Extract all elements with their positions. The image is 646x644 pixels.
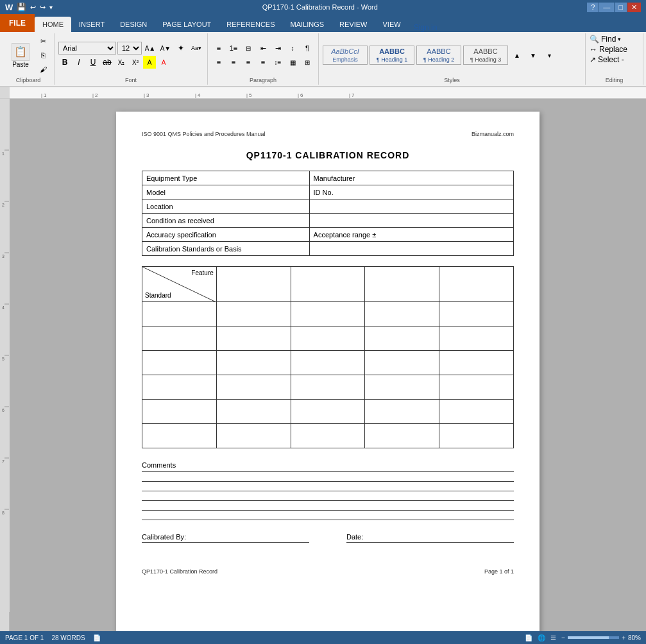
zoom-control[interactable]: − + 80% [561, 634, 641, 641]
copy-button[interactable]: ⎘ [36, 49, 50, 62]
view-print-icon[interactable]: 📄 [525, 634, 532, 641]
sort-button[interactable]: ↕ [285, 42, 300, 55]
style-heading3[interactable]: AABBC¶ Heading 3 [463, 46, 508, 65]
table-header-col4 [365, 267, 439, 302]
tab-review[interactable]: REVIEW [332, 17, 375, 32]
italic-button[interactable]: I [72, 56, 85, 69]
bold-button[interactable]: B [58, 56, 71, 69]
zoom-out-btn[interactable]: − [561, 634, 565, 641]
tab-references[interactable]: REFERENCES [219, 17, 282, 32]
cursor-icon: ↗ [590, 55, 596, 64]
field-condition-value [309, 214, 513, 228]
zoom-in-btn[interactable]: + [622, 634, 625, 641]
clear-format-btn[interactable]: ✦ [174, 42, 188, 55]
date-label: Date: [346, 533, 514, 541]
align-left-button[interactable]: ≡ [212, 56, 226, 69]
tab-view[interactable]: VIEW [375, 17, 409, 32]
select-button[interactable]: ↗ Select - [590, 55, 624, 64]
paste-button[interactable]: 📋 Paste [6, 42, 35, 69]
date-line [346, 542, 514, 543]
show-marks-button[interactable]: ¶ [300, 42, 314, 55]
numbering-button[interactable]: 1≡ [226, 42, 241, 55]
select-label: Select - [598, 55, 624, 64]
font-size-select[interactable]: 12 [117, 42, 142, 55]
styles-scroll-up[interactable]: ▲ [510, 49, 524, 62]
justify-button[interactable]: ≡ [256, 56, 270, 69]
change-case-btn[interactable]: Aa▾ [189, 42, 203, 55]
tab-pagelayout[interactable]: PAGE LAYOUT [155, 17, 219, 32]
align-right-button[interactable]: ≡ [241, 56, 255, 69]
decrease-font-btn[interactable]: A▼ [158, 42, 173, 55]
view-web-icon[interactable]: 🌐 [538, 634, 545, 641]
font-label: Font [58, 77, 203, 83]
style-emphasis[interactable]: AaBbCcIEmphasis [323, 46, 368, 65]
field-standards-value [309, 242, 513, 256]
close-btn[interactable]: ✕ [627, 3, 641, 12]
table-data-r1c2 [216, 302, 291, 326]
font-color-button[interactable]: A [157, 56, 170, 69]
decrease-indent-button[interactable]: ⇤ [256, 42, 270, 55]
tab-file[interactable]: FILE [0, 14, 35, 32]
editing-group: 🔍 Find ▾ ↔ Replace ↗ Select - Editing [586, 33, 643, 85]
underline-button[interactable]: U [87, 56, 99, 69]
view-outline-icon[interactable]: ☰ [550, 634, 556, 641]
superscript-button[interactable]: X² [129, 56, 142, 69]
table-data-r3c4 [365, 351, 439, 375]
svg-text:6: 6 [2, 408, 4, 412]
comment-line-3 [142, 491, 514, 491]
bullets-button[interactable]: ≡ [212, 42, 226, 55]
increase-font-btn[interactable]: A▲ [143, 42, 157, 55]
help-btn[interactable]: ? [587, 3, 599, 12]
tab-home[interactable]: HOME [35, 17, 71, 32]
table-data-r2c3 [291, 326, 365, 351]
table-row: Calibration Standards or Basis [142, 242, 514, 256]
undo-btn[interactable]: ↩ [30, 3, 36, 12]
text-highlight-button[interactable]: A [143, 56, 156, 69]
strikethrough-button[interactable]: ab [101, 56, 114, 69]
field-location-value [309, 199, 513, 214]
tab-insert[interactable]: INSERT [71, 17, 112, 32]
table-data-r6c4 [365, 424, 439, 448]
paste-icon: 📋 [12, 43, 30, 61]
multilevel-list-button[interactable]: ⊟ [241, 42, 255, 55]
style-heading2[interactable]: AABBC¶ Heading 2 [416, 46, 461, 65]
paragraph-group: ≡ 1≡ ⊟ ⇤ ⇥ ↕ ¶ ≡ ≡ ≡ ≡ ↕≡ ▦ ⊞ [208, 33, 319, 85]
table-data-r6c3 [291, 424, 365, 448]
zoom-slider[interactable] [568, 636, 619, 639]
field-model: Model [142, 185, 310, 199]
borders-button[interactable]: ⊞ [300, 56, 314, 69]
field-condition: Condition as received [142, 214, 310, 228]
find-label: Find [601, 35, 616, 44]
table-data-r2c2 [216, 326, 291, 351]
subscript-button[interactable]: X₂ [115, 56, 128, 69]
table-row [142, 400, 514, 424]
info-table: Equipment Type Manufacturer Model ID No.… [142, 171, 514, 256]
format-painter-button[interactable]: 🖌 [36, 63, 50, 76]
shading-button[interactable]: ▦ [285, 56, 300, 69]
font-family-select[interactable]: Arial [58, 42, 116, 55]
redo-btn[interactable]: ↪ [40, 3, 46, 12]
styles-scroll-down[interactable]: ▼ [526, 49, 540, 62]
tab-mailings[interactable]: MAILINGS [283, 17, 332, 32]
ribbon-tabs: FILE HOME INSERT DESIGN PAGE LAYOUT REFE… [0, 14, 646, 32]
cut-button[interactable]: ✂ [36, 35, 50, 47]
style-heading1[interactable]: AABBC¶ Heading 1 [370, 46, 414, 65]
sign-in[interactable]: Sign in [409, 23, 443, 32]
align-center-button[interactable]: ≡ [226, 56, 241, 69]
word-icon: W [5, 3, 13, 12]
maximize-btn[interactable]: □ [615, 3, 627, 12]
ruler-left-spacer [0, 87, 10, 98]
increase-indent-button[interactable]: ⇥ [271, 42, 285, 55]
tab-design[interactable]: DESIGN [112, 17, 155, 32]
doc-footer: QP1170-1 Calibration Record Page 1 of 1 [142, 568, 514, 575]
replace-label: Replace [599, 45, 627, 54]
find-button[interactable]: 🔍 Find ▾ [590, 35, 621, 44]
line-spacing-button[interactable]: ↕≡ [271, 56, 285, 69]
styles-expand[interactable]: ▾ [542, 49, 556, 62]
quick-save[interactable]: 💾 [17, 3, 26, 12]
svg-rect-0 [10, 87, 646, 98]
minimize-btn[interactable]: — [599, 3, 614, 12]
scroll-area[interactable]: ISO 9001 QMS Policies and Procedures Man… [10, 99, 646, 644]
replace-button[interactable]: ↔ Replace [590, 45, 627, 54]
svg-text:3: 3 [2, 254, 4, 258]
